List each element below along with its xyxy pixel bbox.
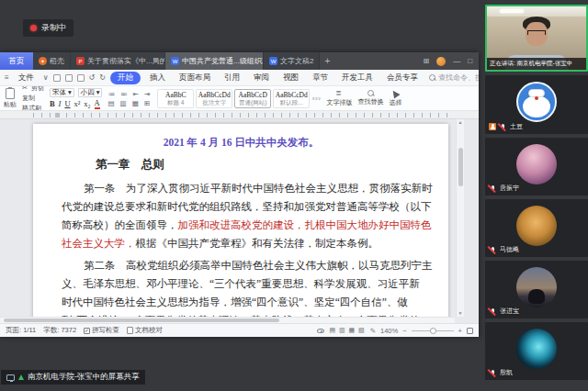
participant-tile[interactable]: 土豆 [485,75,588,134]
mic-muted-icon [499,123,507,131]
scroll-down-icon[interactable]: ▼ [458,310,463,317]
webcam-video [500,9,524,13]
redo-icon[interactable]: ↻ [99,73,106,82]
caret-down-icon: ▾ [68,88,72,96]
indent-marker[interactable] [55,113,60,117]
superscript-button[interactable]: x² [74,99,81,108]
copy-button[interactable]: 复制 [22,94,44,103]
fullscreen-icon[interactable] [467,328,473,334]
command-search[interactable]: 查找命令、搜索模板 [429,73,479,83]
italic-button[interactable]: I [59,99,62,108]
save-icon[interactable] [53,74,61,82]
font-color-button[interactable]: A [95,98,100,109]
account-avatar[interactable] [436,57,446,66]
wps-tab-bar: 首页 ✦ 稻壳 P 关于贯彻落实《中...局的通知.pdf W 中国共产党普通.… [0,52,479,70]
doc-paragraph-2: 第二条 高校党组织必须高举中国特色社会主义伟大旗帜，以马克思列宁主 义、毛泽东思… [62,256,421,323]
share-banner-text: 南京机电学院-张宝中的屏幕共享 [28,372,140,383]
menu-references[interactable]: 引用 [220,72,244,84]
find-replace-tool[interactable]: 查找替换 [357,90,383,106]
spell-check[interactable]: ✓ 拼写检查 [84,326,119,335]
zoom-out-button[interactable]: − [402,327,406,335]
participant-tile[interactable]: 张进宝 [485,261,588,318]
select-tool[interactable]: 选择 [389,90,401,107]
scrollbar-thumb[interactable] [458,148,463,186]
participant-video-zhangbaozhong[interactable]: 正在讲话: 南京机电学院-张宝中 [485,5,588,72]
align-tools-icons[interactable]: ▤ ▥ ▦ ⊞ [107,99,152,107]
scrollbar-thumb[interactable] [4,318,279,322]
highlighted-text: 加强和改进高校党的建设，扎根中国大地办好中国特色 [178,219,432,230]
recording-dot-icon [30,25,37,31]
menu-view[interactable]: 视图 [278,72,303,84]
hamburger-icon[interactable]: ≡ [5,73,9,82]
participant-tile[interactable]: 殷凯 [485,322,588,380]
tab-pdf-document[interactable]: P 关于贯彻落实《中...局的通知.pdf [71,52,165,70]
screen-share-banner: 南京机电学院-张宝中的屏幕共享 [1,370,145,385]
menu-dev-tools[interactable]: 开发工具 [337,72,378,84]
cursor-icon [390,88,401,98]
paste-label: 粘贴 [4,100,17,109]
layout-icon[interactable]: ⊞ [423,57,429,65]
new-tab-button[interactable]: + [320,52,334,70]
minimize-button[interactable]: — [453,57,460,65]
tab-document2[interactable]: W 文字文稿2 [264,52,320,70]
tab-docer[interactable]: ✦ 稻壳 [33,52,71,70]
participant-tile[interactable]: 唐振宇 [485,138,588,196]
text-layout-tool[interactable]: ≣ 文字排版 [326,89,352,107]
font-name-select[interactable]: 宋体 ▾ [50,88,74,97]
list-tools-icons[interactable]: ≔ ≕ ⇤ ⇥ [107,90,152,98]
tab-label: 稻壳 [50,56,64,66]
pdf-file-icon: P [76,57,85,65]
menu-file[interactable]: 文件 [14,72,39,84]
glasses [527,30,546,35]
avatar-anime [516,144,557,184]
scroll-up-icon[interactable]: ▲ [458,119,463,126]
undo-icon[interactable]: ↺ [89,73,96,82]
style-comment[interactable]: AaBbCcDd 批注文字 [196,89,232,108]
zoom-slider[interactable] [412,330,454,331]
cut-button[interactable]: ✂ 剪切 [22,86,44,93]
maximize-button[interactable]: □ [468,57,472,65]
statusbar-right: ▤ ▥ ▦ ▧ ✎ 140% − + [317,327,473,335]
horizontal-scrollbar[interactable] [0,317,455,323]
format-painter-button[interactable]: 格式刷 [22,104,44,111]
font-size-select[interactable]: 小四 ▾ [78,88,103,97]
bold-button[interactable]: B [50,99,55,108]
wps-writer-window: 首页 ✦ 稻壳 P 关于贯彻落实《中...局的通知.pdf W 中国共产党普通.… [0,52,479,337]
document-page[interactable]: 2021 年 4 月 16 日中共中央发布。 第一章 总则 第一条 为了深入贯彻… [33,124,448,323]
menu-page-layout[interactable]: 页面布局 [175,72,215,84]
style-default[interactable]: AaBbCcDd 默认段... [273,89,310,108]
eye-protection-icon[interactable] [317,329,324,333]
styles-gallery: AaBbC 标题 4 AaBbCcDd 批注文字 AaBbCcD 普通(网站) … [157,89,321,108]
tab-active-document[interactable]: W 中国共产党普通...级组织工作条例 [165,52,264,70]
zoom-slider-knob[interactable] [430,328,436,334]
style-heading4[interactable]: AaBbC 标题 4 [157,89,194,108]
vertical-scrollbar[interactable]: ▲ ▼ [456,119,464,317]
print-icon[interactable] [65,74,73,82]
menu-review[interactable]: 审阅 [249,72,274,84]
zoom-in-button[interactable]: + [458,327,462,335]
ruler[interactable] [0,111,479,119]
menu-insert[interactable]: 插入 [145,72,170,84]
mic-muted-icon [489,184,497,193]
search-icon [429,74,435,81]
underline-button[interactable]: U [64,99,70,108]
subscript-button[interactable]: x₂ [84,99,90,108]
tabbar-spacer [334,52,416,70]
recording-indicator[interactable]: 录制中 [23,19,74,37]
doc-proofing[interactable]: 文档校对 [127,326,163,335]
menu-section[interactable]: 章节 [308,72,333,84]
style-normal-web[interactable]: AaBbCcD 普通(网站) [234,89,271,108]
text-layout-icon: ≣ [335,89,343,97]
zoom-level[interactable]: 140% [380,327,398,335]
menu-home[interactable]: 开始 [110,72,141,84]
view-mode-icons[interactable]: ▤ ▥ ▦ ▧ [329,327,365,334]
pen-icon[interactable]: ✎ [370,327,376,335]
participant-tile[interactable]: 马德飚 [485,199,588,257]
paste-group[interactable]: 粘贴 [4,88,17,109]
word-count[interactable]: 字数: 7372 [43,326,76,335]
preview-icon[interactable] [77,74,85,82]
styles-gallery-scroll[interactable]: ∧≡∨ [311,96,321,101]
wps-home-tab[interactable]: 首页 [0,52,33,70]
highlighted-text: 社会主义大学， [62,238,136,249]
menu-member[interactable]: 会员专享 [382,72,423,84]
